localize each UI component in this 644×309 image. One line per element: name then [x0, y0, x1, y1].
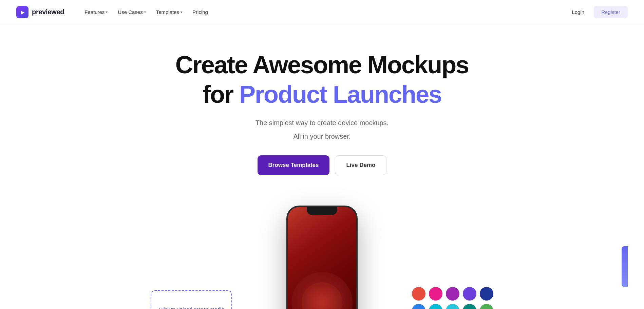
nav-item-features[interactable]: Features ▾ — [80, 6, 112, 18]
color-swatch-7[interactable] — [446, 304, 459, 309]
color-swatch-3[interactable] — [463, 287, 476, 301]
upload-box[interactable]: Click to upload screen media or drag and… — [151, 290, 232, 309]
phone-notch — [307, 207, 337, 215]
logo-icon — [16, 6, 29, 18]
color-swatch-8[interactable] — [463, 304, 476, 309]
logo[interactable]: previewed — [16, 6, 64, 18]
color-swatch-1[interactable] — [429, 287, 442, 301]
live-demo-button[interactable]: Live Demo — [335, 155, 386, 175]
phone-screen — [288, 207, 356, 309]
hero-title-line2: for Product Launches — [203, 81, 441, 108]
register-button[interactable]: Register — [594, 6, 628, 18]
hero-subtitle-line2: All in your browser. — [293, 131, 351, 142]
nav-item-pricing[interactable]: Pricing — [188, 6, 212, 18]
hero-title-line1: Create Awesome Mockups — [175, 52, 469, 78]
hero-subtitle-line1: The simplest way to create device mockup… — [255, 117, 389, 128]
color-swatch-9[interactable] — [480, 304, 493, 309]
color-swatch-4[interactable] — [480, 287, 493, 301]
hero-section: Create Awesome Mockups for Product Launc… — [0, 24, 644, 309]
nav-item-use-cases[interactable]: Use Cases ▾ — [114, 6, 150, 18]
navbar-right: Login Register — [568, 6, 628, 18]
color-swatch-5[interactable] — [412, 304, 425, 309]
login-button[interactable]: Login — [568, 6, 588, 18]
color-swatch-6[interactable] — [429, 304, 442, 309]
color-palette — [412, 287, 493, 309]
nav-links: Features ▾ Use Cases ▾ Templates ▾ Prici… — [80, 6, 212, 18]
logo-text: previewed — [32, 8, 64, 16]
hero-buttons: Browse Templates Live Demo — [258, 155, 387, 175]
color-swatch-0[interactable] — [412, 287, 425, 301]
browse-templates-button[interactable]: Browse Templates — [258, 155, 330, 175]
features-chevron-icon: ▾ — [106, 10, 108, 14]
demo-area: Click to upload screen media or drag and… — [16, 195, 628, 309]
phone-wrapper — [286, 206, 358, 309]
upload-primary-text: Click to upload screen media — [159, 306, 224, 309]
phone-mockup — [286, 206, 358, 309]
use-cases-chevron-icon: ▾ — [144, 10, 146, 14]
navbar: previewed Features ▾ Use Cases ▾ Templat… — [0, 0, 644, 24]
hero-title-accent: Product Launches — [239, 81, 441, 108]
nav-item-templates[interactable]: Templates ▾ — [152, 6, 186, 18]
right-edge-panel — [622, 246, 628, 287]
navbar-left: previewed Features ▾ Use Cases ▾ Templat… — [16, 6, 212, 18]
color-swatch-2[interactable] — [446, 287, 459, 301]
templates-chevron-icon: ▾ — [181, 10, 182, 14]
